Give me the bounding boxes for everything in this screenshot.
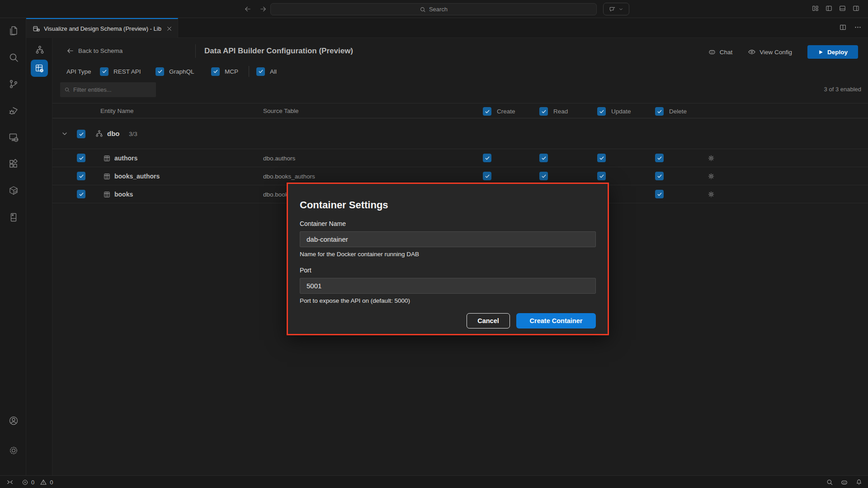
row-settings-gear-icon[interactable] bbox=[708, 155, 715, 162]
entity-name: books bbox=[114, 191, 133, 198]
rest-api-checkbox[interactable] bbox=[100, 67, 108, 76]
filter-entities-input[interactable] bbox=[73, 86, 153, 93]
mcp-checkbox[interactable] bbox=[211, 67, 220, 76]
dialog-title: Container Settings bbox=[300, 199, 596, 211]
enabled-summary: 3 of 3 enabled bbox=[824, 86, 861, 93]
container-name-input[interactable] bbox=[300, 231, 596, 247]
delete-all-checkbox[interactable] bbox=[655, 107, 664, 116]
chevron-down-icon bbox=[618, 7, 623, 12]
container-name-help: Name for the Docker container running DA… bbox=[300, 251, 596, 258]
port-help: Port to expose the API on (default: 5000… bbox=[300, 297, 596, 304]
update-header-label: Update bbox=[611, 108, 631, 115]
deploy-button[interactable]: Deploy bbox=[807, 45, 858, 59]
header-actions: Chat View Config Deploy bbox=[708, 45, 858, 59]
row-checkbox[interactable] bbox=[77, 154, 85, 162]
design-schema-tab-icon bbox=[33, 25, 40, 33]
run-debug-icon[interactable] bbox=[8, 105, 19, 117]
row-settings-gear-icon[interactable] bbox=[708, 191, 715, 198]
read-checkbox[interactable] bbox=[539, 154, 548, 162]
screencast-zoom-icon[interactable] bbox=[826, 479, 833, 486]
toggle-primary-sidebar-icon[interactable] bbox=[825, 5, 833, 12]
table-icon bbox=[103, 155, 111, 162]
database-icon[interactable] bbox=[8, 211, 19, 223]
copilot-status-icon[interactable] bbox=[840, 479, 848, 486]
warning-count: 0 bbox=[50, 479, 53, 486]
account-icon[interactable] bbox=[8, 415, 19, 427]
row-checkbox[interactable] bbox=[77, 190, 85, 198]
command-center-search[interactable]: Search bbox=[270, 3, 597, 15]
row-settings-gear-icon[interactable] bbox=[708, 173, 715, 180]
create-all-checkbox[interactable] bbox=[483, 107, 491, 116]
create-container-button[interactable]: Create Container bbox=[516, 313, 596, 328]
table-row-authors: authors dbo.authors bbox=[52, 149, 868, 167]
tab-visualize-design-schema[interactable]: Visualize and Design Schema (Preview) - … bbox=[26, 18, 178, 38]
read-checkbox[interactable] bbox=[539, 172, 548, 180]
read-all-checkbox[interactable] bbox=[539, 107, 548, 116]
col-create: Create bbox=[483, 107, 515, 116]
update-checkbox[interactable] bbox=[597, 154, 606, 162]
toggle-panel-icon[interactable] bbox=[839, 5, 846, 12]
graphql-checkbox[interactable] bbox=[156, 67, 164, 76]
api-options-divider bbox=[249, 66, 249, 77]
container-icon[interactable] bbox=[8, 185, 19, 197]
container-settings-dialog: Container Settings Container Name Name f… bbox=[287, 183, 609, 335]
remote-explorer-icon[interactable] bbox=[8, 131, 19, 143]
play-icon bbox=[818, 49, 824, 55]
col-update: Update bbox=[597, 107, 631, 116]
notifications-bell-icon[interactable] bbox=[855, 479, 863, 486]
col-delete: Delete bbox=[655, 107, 687, 116]
table-config-view-button[interactable] bbox=[31, 60, 48, 77]
graphql-option: GraphQL bbox=[156, 67, 194, 76]
table-icon bbox=[103, 191, 111, 198]
cancel-button[interactable]: Cancel bbox=[467, 313, 510, 328]
create-checkbox[interactable] bbox=[483, 172, 491, 180]
create-checkbox[interactable] bbox=[483, 154, 491, 162]
port-input[interactable] bbox=[300, 278, 596, 294]
filter-entities-field bbox=[60, 82, 156, 97]
settings-gear-icon[interactable] bbox=[8, 445, 19, 456]
problems-indicator[interactable]: 0 0 bbox=[22, 479, 53, 486]
nav-back-icon[interactable] bbox=[242, 4, 253, 14]
schema-visualize-icon[interactable] bbox=[34, 44, 46, 56]
tab-close-icon[interactable] bbox=[165, 24, 173, 33]
explorer-icon[interactable] bbox=[8, 25, 19, 37]
chevron-down-icon[interactable] bbox=[61, 130, 68, 137]
search-icon[interactable] bbox=[8, 52, 19, 63]
back-to-schema-label: Back to Schema bbox=[78, 47, 123, 54]
nav-forward-icon[interactable] bbox=[258, 4, 269, 14]
more-actions-icon[interactable] bbox=[854, 23, 862, 31]
delete-checkbox[interactable] bbox=[655, 190, 664, 198]
remote-indicator-icon[interactable] bbox=[6, 479, 14, 486]
customize-layout-icon[interactable] bbox=[811, 5, 819, 12]
toggle-secondary-sidebar-icon[interactable] bbox=[852, 5, 860, 12]
tab-bar: Visualize and Design Schema (Preview) - … bbox=[26, 18, 868, 38]
mcp-label: MCP bbox=[225, 68, 238, 75]
delete-checkbox[interactable] bbox=[655, 172, 664, 180]
copilot-menu-button[interactable] bbox=[603, 3, 629, 15]
schema-group-count: 3/3 bbox=[129, 131, 137, 137]
entity-table-header: Entity Name Source Table Create Read Upd… bbox=[52, 103, 868, 118]
update-all-checkbox[interactable] bbox=[597, 107, 606, 116]
row-checkbox[interactable] bbox=[77, 172, 85, 180]
chat-button[interactable]: Chat bbox=[708, 48, 733, 56]
error-icon bbox=[22, 479, 28, 486]
delete-checkbox[interactable] bbox=[655, 154, 664, 162]
update-checkbox[interactable] bbox=[597, 172, 606, 180]
vscode-window: Search bbox=[0, 0, 868, 488]
dbo-group-checkbox[interactable] bbox=[77, 130, 85, 138]
api-type-label: API Type bbox=[66, 68, 91, 75]
source-control-icon[interactable] bbox=[8, 78, 19, 90]
tab-label: Visualize and Design Schema (Preview) - … bbox=[44, 25, 161, 32]
entity-name: authors bbox=[114, 155, 137, 162]
warning-icon bbox=[40, 479, 47, 486]
extensions-icon[interactable] bbox=[8, 158, 19, 170]
view-config-button[interactable]: View Config bbox=[748, 48, 792, 56]
activity-bar bbox=[0, 18, 26, 475]
split-editor-icon[interactable] bbox=[839, 23, 847, 31]
all-checkbox[interactable] bbox=[256, 67, 265, 76]
layout-controls bbox=[811, 5, 860, 12]
table-icon bbox=[103, 173, 111, 180]
create-header-label: Create bbox=[497, 108, 515, 115]
dialog-buttons: Cancel Create Container bbox=[300, 313, 596, 328]
back-to-schema-button[interactable]: Back to Schema bbox=[66, 47, 123, 55]
